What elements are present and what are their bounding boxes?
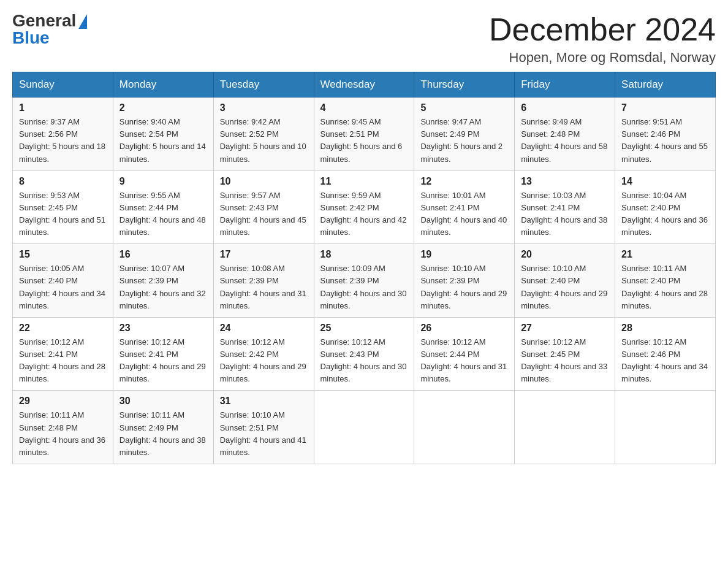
day-info: Sunrise: 10:07 AM Sunset: 2:39 PM Daylig… — [119, 262, 207, 312]
day-cell: 26 Sunrise: 10:12 AM Sunset: 2:44 PM Day… — [414, 317, 515, 391]
empty-day-cell — [615, 391, 716, 464]
day-cell: 20 Sunrise: 10:10 AM Sunset: 2:40 PM Day… — [515, 244, 615, 318]
day-info: Sunrise: 10:03 AM Sunset: 2:41 PM Daylig… — [521, 190, 609, 239]
day-cell: 30 Sunrise: 10:11 AM Sunset: 2:49 PM Day… — [113, 391, 213, 464]
day-cell: 24 Sunrise: 10:12 AM Sunset: 2:42 PM Day… — [213, 317, 314, 391]
day-number: 9 — [119, 176, 207, 187]
logo-blue-text: Blue — [12, 29, 50, 47]
day-number: 21 — [621, 249, 709, 260]
day-number: 7 — [621, 102, 709, 113]
day-info: Sunrise: 10:09 AM Sunset: 2:39 PM Daylig… — [320, 262, 408, 312]
day-cell: 21 Sunrise: 10:11 AM Sunset: 2:40 PM Day… — [615, 244, 716, 318]
day-cell: 29 Sunrise: 10:11 AM Sunset: 2:48 PM Day… — [13, 391, 113, 464]
day-cell: 2 Sunrise: 9:40 AM Sunset: 2:54 PM Dayli… — [113, 98, 213, 171]
day-of-week-header: Friday — [515, 72, 615, 98]
day-of-week-header: Sunday — [13, 72, 113, 98]
page-header: General Blue December 2024 Hopen, More o… — [12, 12, 716, 66]
day-info: Sunrise: 10:10 AM Sunset: 2:39 PM Daylig… — [420, 262, 508, 312]
day-info: Sunrise: 10:12 AM Sunset: 2:45 PM Daylig… — [521, 336, 609, 386]
empty-day-cell — [414, 391, 515, 464]
day-info: Sunrise: 10:04 AM Sunset: 2:40 PM Daylig… — [621, 190, 709, 239]
day-info: Sunrise: 10:11 AM Sunset: 2:40 PM Daylig… — [621, 262, 709, 312]
day-number: 27 — [521, 323, 609, 334]
day-number: 19 — [420, 249, 508, 260]
day-number: 16 — [119, 249, 207, 260]
day-cell: 19 Sunrise: 10:10 AM Sunset: 2:39 PM Day… — [414, 244, 515, 318]
day-number: 13 — [521, 176, 609, 187]
day-cell: 6 Sunrise: 9:49 AM Sunset: 2:48 PM Dayli… — [515, 98, 615, 171]
day-info: Sunrise: 9:55 AM Sunset: 2:44 PM Dayligh… — [119, 190, 207, 239]
day-cell: 16 Sunrise: 10:07 AM Sunset: 2:39 PM Day… — [113, 244, 213, 318]
day-info: Sunrise: 9:47 AM Sunset: 2:49 PM Dayligh… — [420, 116, 508, 166]
calendar-title: December 2024 — [489, 12, 716, 47]
day-cell: 9 Sunrise: 9:55 AM Sunset: 2:44 PM Dayli… — [113, 170, 213, 244]
day-of-week-header: Wednesday — [314, 72, 414, 98]
logo-general-text: General — [12, 12, 76, 29]
day-number: 10 — [220, 176, 308, 187]
day-number: 25 — [320, 323, 408, 334]
day-cell: 13 Sunrise: 10:03 AM Sunset: 2:41 PM Day… — [515, 170, 615, 244]
day-cell: 14 Sunrise: 10:04 AM Sunset: 2:40 PM Day… — [615, 170, 716, 244]
day-number: 17 — [220, 249, 308, 260]
day-number: 3 — [220, 102, 308, 113]
empty-day-cell — [515, 391, 615, 464]
day-number: 14 — [621, 176, 709, 187]
day-number: 26 — [420, 323, 508, 334]
day-number: 4 — [320, 102, 408, 113]
day-cell: 18 Sunrise: 10:09 AM Sunset: 2:39 PM Day… — [314, 244, 414, 318]
day-info: Sunrise: 10:01 AM Sunset: 2:41 PM Daylig… — [420, 190, 508, 239]
calendar-table: SundayMondayTuesdayWednesdayThursdayFrid… — [12, 72, 716, 464]
day-number: 29 — [19, 396, 107, 407]
day-cell: 23 Sunrise: 10:12 AM Sunset: 2:41 PM Day… — [113, 317, 213, 391]
day-info: Sunrise: 9:49 AM Sunset: 2:48 PM Dayligh… — [521, 116, 609, 166]
day-info: Sunrise: 9:40 AM Sunset: 2:54 PM Dayligh… — [119, 116, 207, 166]
day-info: Sunrise: 9:57 AM Sunset: 2:43 PM Dayligh… — [220, 190, 308, 239]
day-cell: 1 Sunrise: 9:37 AM Sunset: 2:56 PM Dayli… — [13, 98, 113, 171]
day-of-week-header: Saturday — [615, 72, 716, 98]
day-info: Sunrise: 9:45 AM Sunset: 2:51 PM Dayligh… — [320, 116, 408, 166]
day-number: 2 — [119, 102, 207, 113]
day-number: 8 — [19, 176, 107, 187]
day-cell: 27 Sunrise: 10:12 AM Sunset: 2:45 PM Day… — [515, 317, 615, 391]
day-number: 31 — [220, 396, 308, 407]
day-number: 28 — [621, 323, 709, 334]
day-number: 15 — [19, 249, 107, 260]
day-number: 20 — [521, 249, 609, 260]
day-number: 22 — [19, 323, 107, 334]
day-cell: 7 Sunrise: 9:51 AM Sunset: 2:46 PM Dayli… — [615, 98, 716, 171]
day-info: Sunrise: 9:53 AM Sunset: 2:45 PM Dayligh… — [19, 190, 107, 239]
logo: General Blue — [12, 12, 87, 47]
day-cell: 25 Sunrise: 10:12 AM Sunset: 2:43 PM Day… — [314, 317, 414, 391]
day-cell: 12 Sunrise: 10:01 AM Sunset: 2:41 PM Day… — [414, 170, 515, 244]
day-of-week-header: Thursday — [414, 72, 515, 98]
day-info: Sunrise: 9:37 AM Sunset: 2:56 PM Dayligh… — [19, 116, 107, 166]
day-info: Sunrise: 9:51 AM Sunset: 2:46 PM Dayligh… — [621, 116, 709, 166]
day-cell: 5 Sunrise: 9:47 AM Sunset: 2:49 PM Dayli… — [414, 98, 515, 171]
title-section: December 2024 Hopen, More og Romsdal, No… — [489, 12, 716, 66]
day-info: Sunrise: 10:12 AM Sunset: 2:46 PM Daylig… — [621, 336, 709, 386]
day-info: Sunrise: 10:11 AM Sunset: 2:48 PM Daylig… — [19, 409, 107, 459]
day-number: 30 — [119, 396, 207, 407]
day-cell: 31 Sunrise: 10:10 AM Sunset: 2:51 PM Day… — [213, 391, 314, 464]
day-info: Sunrise: 10:10 AM Sunset: 2:40 PM Daylig… — [521, 262, 609, 312]
day-cell: 22 Sunrise: 10:12 AM Sunset: 2:41 PM Day… — [13, 317, 113, 391]
day-info: Sunrise: 9:42 AM Sunset: 2:52 PM Dayligh… — [220, 116, 308, 166]
day-cell: 15 Sunrise: 10:05 AM Sunset: 2:40 PM Day… — [13, 244, 113, 318]
day-info: Sunrise: 10:11 AM Sunset: 2:49 PM Daylig… — [119, 409, 207, 459]
day-cell: 10 Sunrise: 9:57 AM Sunset: 2:43 PM Dayl… — [213, 170, 314, 244]
day-info: Sunrise: 10:10 AM Sunset: 2:51 PM Daylig… — [220, 409, 308, 459]
day-cell: 4 Sunrise: 9:45 AM Sunset: 2:51 PM Dayli… — [314, 98, 414, 171]
day-info: Sunrise: 10:05 AM Sunset: 2:40 PM Daylig… — [19, 262, 107, 312]
day-info: Sunrise: 9:59 AM Sunset: 2:42 PM Dayligh… — [320, 190, 408, 239]
day-info: Sunrise: 10:12 AM Sunset: 2:43 PM Daylig… — [320, 336, 408, 386]
day-cell: 8 Sunrise: 9:53 AM Sunset: 2:45 PM Dayli… — [13, 170, 113, 244]
day-number: 12 — [420, 176, 508, 187]
day-cell: 11 Sunrise: 9:59 AM Sunset: 2:42 PM Dayl… — [314, 170, 414, 244]
calendar-subtitle: Hopen, More og Romsdal, Norway — [489, 50, 716, 66]
day-number: 24 — [220, 323, 308, 334]
day-cell: 17 Sunrise: 10:08 AM Sunset: 2:39 PM Day… — [213, 244, 314, 318]
day-number: 5 — [420, 102, 508, 113]
day-info: Sunrise: 10:12 AM Sunset: 2:41 PM Daylig… — [19, 336, 107, 386]
day-number: 6 — [521, 102, 609, 113]
empty-day-cell — [314, 391, 414, 464]
